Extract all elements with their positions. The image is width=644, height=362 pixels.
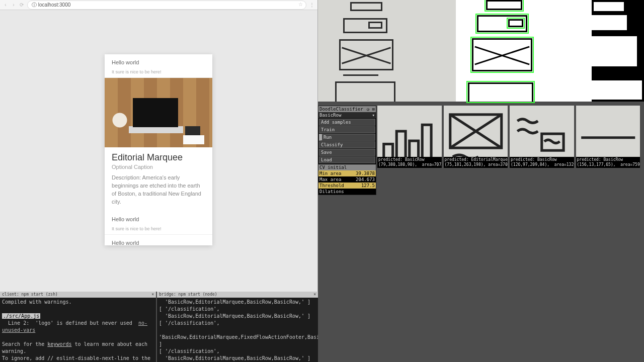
param-dilations[interactable]: Dilations	[318, 189, 376, 195]
param-max-area[interactable]: Max area204.673	[318, 176, 376, 183]
marquee-caption: Optional Caption	[105, 163, 212, 174]
prediction-thumb: predicted: EditorialMarquee (75,181,263,…	[444, 106, 508, 168]
row-subtitle: It sure is nice to be here!	[112, 69, 162, 74]
row-title: Hello world	[112, 216, 205, 222]
bookmark-star-icon[interactable]: ☆	[298, 2, 303, 7]
prediction-thumbnails: predicted: BasicRow (79,380,180,90), are…	[377, 106, 640, 168]
terminal-output: Compiled with warnings. ./src/App.js Lin…	[0, 298, 156, 362]
tool-button-run[interactable]: Run	[319, 134, 375, 141]
terminal-tab-label: client: npm start (zsh)	[2, 292, 58, 298]
browser-window: ‹ › ⟳ ⓘ localhost:3000 ☆ ⋮ Hello world I…	[0, 0, 318, 292]
marquee-title: Editorial Marquee	[105, 147, 212, 163]
tool-section-header: CV initial	[318, 164, 376, 170]
basic-row: Hello world	[105, 235, 212, 245]
cv-workspace: DoodleClassifier ◶ ⊞ BasicRow ▾ Add samp…	[318, 0, 644, 362]
terminal-output: 'BasicRow,EditorialMarquee,BasicRow,Basi…	[157, 298, 318, 362]
terminal-client[interactable]: client: npm start (zsh)× Compiled with w…	[0, 292, 157, 362]
hero-image	[105, 78, 212, 147]
terminal-tab[interactable]: bridge: npm start (node)×	[157, 292, 318, 298]
url-text: localhost:3000	[38, 2, 71, 8]
tool-button-save[interactable]: Save	[319, 149, 375, 156]
browser-menu-icon[interactable]: ⋮	[309, 2, 314, 8]
dropdown-value: BasicRow	[319, 112, 341, 118]
tool-button-classify[interactable]: Classify	[319, 141, 375, 148]
preview-card: Hello world It sure is nice to be here! …	[105, 54, 212, 245]
prediction-thumb: predicted: BasicRow (156,13,177,65), are…	[576, 106, 640, 168]
row-subtitle: It sure is nice to be here!	[112, 226, 162, 231]
basic-row: Hello world It sure is nice to be here!	[105, 211, 212, 235]
basic-row: Hello world It sure is nice to be here!	[105, 54, 212, 78]
processed-feed	[456, 0, 592, 102]
prediction-label: predicted: EditorialMarquee (75,181,263,…	[444, 157, 508, 168]
terminal-tab-label: bridge: npm start (node)	[159, 292, 217, 298]
reload-button[interactable]: ⟳	[19, 2, 24, 8]
nav-forward-button[interactable]: ›	[11, 2, 16, 8]
terminal-area: client: npm start (zsh)× Compiled with w…	[0, 292, 318, 362]
camera-feed	[318, 0, 456, 102]
prediction-thumb: predicted: BasicRow (79,380,180,90), are…	[377, 106, 442, 168]
address-bar[interactable]: ⓘ localhost:3000 ☆	[27, 1, 306, 10]
terminal-bridge[interactable]: bridge: npm start (node)× 'BasicRow,Edit…	[157, 292, 318, 362]
threshold-feed	[592, 0, 644, 102]
chevron-down-icon: ▾	[372, 112, 375, 118]
tool-button-add-samples[interactable]: Add samples	[319, 119, 375, 126]
site-info-icon[interactable]: ⓘ	[32, 2, 37, 8]
param-min-area[interactable]: Min area39.3878	[318, 170, 376, 176]
param-threshold[interactable]: Threshold127.5	[318, 183, 376, 189]
prediction-label: predicted: BasicRow (126,97,209,84), are…	[510, 157, 574, 168]
row-title: Hello world	[112, 59, 205, 65]
prediction-label: predicted: BasicRow (79,380,180,90), are…	[377, 157, 442, 168]
row-title: Hello world	[112, 240, 205, 245]
terminal-tab[interactable]: client: npm start (zsh)×	[0, 292, 156, 298]
tool-button-load[interactable]: Load	[319, 156, 375, 163]
nav-back-button[interactable]: ‹	[3, 2, 8, 8]
prediction-label: predicted: BasicRow (156,13,177,65), are…	[576, 157, 640, 168]
class-dropdown[interactable]: BasicRow ▾	[318, 112, 376, 118]
browser-toolbar: ‹ › ⟳ ⓘ localhost:3000 ☆ ⋮	[0, 0, 317, 10]
marquee-description: Description: America's early beginnings …	[105, 174, 212, 211]
doodle-classifier-window[interactable]: DoodleClassifier ◶ ⊞ BasicRow ▾ Add samp…	[318, 106, 376, 195]
tool-window-controls[interactable]: ◶ ⊞	[367, 106, 375, 112]
browser-viewport: Hello world It sure is nice to be here! …	[0, 10, 317, 292]
prediction-thumb: predicted: BasicRow (126,97,209,84), are…	[510, 106, 574, 168]
tool-title: DoodleClassifier	[319, 106, 363, 112]
tool-titlebar[interactable]: DoodleClassifier ◶ ⊞	[318, 106, 376, 112]
tool-button-train[interactable]: Train	[319, 126, 375, 133]
